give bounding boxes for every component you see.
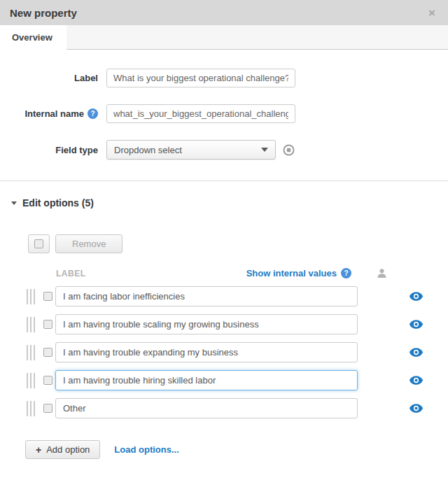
label-input[interactable]: [106, 69, 295, 87]
option-row: [27, 342, 448, 362]
internal-name-field-row: Internal name ?: [0, 104, 448, 123]
options-footer: + Add option Load options...: [25, 440, 448, 459]
options-list: [0, 286, 448, 418]
visibility-eye-icon[interactable]: [410, 292, 423, 301]
section-divider: [0, 181, 448, 181]
modal-title: New property: [10, 7, 77, 19]
property-form: Label Internal name ? Field type Dropdow…: [0, 50, 448, 160]
option-row: [27, 286, 448, 306]
show-internal-values-help-icon[interactable]: ?: [341, 268, 351, 278]
edit-options-heading: Edit options (5): [22, 197, 94, 209]
options-table-header: LABEL Show internal values ?: [0, 268, 448, 278]
drag-handle-icon[interactable]: [27, 317, 36, 332]
option-checkbox[interactable]: [43, 320, 52, 329]
table-header-right: Show internal values ?: [246, 268, 387, 278]
load-options-link[interactable]: Load options...: [114, 444, 178, 455]
internal-name-field-label: Internal name ?: [0, 108, 98, 119]
option-row: [27, 398, 448, 418]
option-label-input[interactable]: [55, 342, 358, 362]
remove-button[interactable]: Remove: [55, 234, 122, 253]
modal-header: New property ×: [0, 0, 448, 25]
show-internal-values-link[interactable]: Show internal values: [246, 268, 337, 278]
drag-handle-icon[interactable]: [27, 373, 36, 388]
field-type-row: Field type Dropdown select: [0, 140, 448, 160]
field-type-label: Field type: [0, 145, 98, 155]
option-checkbox[interactable]: [43, 292, 52, 301]
tab-overview[interactable]: Overview: [0, 25, 66, 50]
option-label-input[interactable]: [55, 286, 358, 306]
visibility-eye-icon[interactable]: [410, 348, 423, 357]
option-row: [27, 370, 448, 390]
select-all-checkbox-button[interactable]: [28, 234, 50, 253]
select-all-checkbox[interactable]: [34, 239, 43, 248]
edit-options-toggle[interactable]: Edit options (5): [11, 197, 448, 209]
label-field-label: Label: [0, 73, 98, 83]
label-column-header: LABEL: [56, 269, 86, 278]
drag-handle-icon[interactable]: [27, 345, 36, 360]
drag-handle-icon[interactable]: [27, 289, 36, 304]
visibility-eye-icon[interactable]: [410, 376, 423, 385]
option-checkbox[interactable]: [43, 348, 52, 357]
option-label-input-focused[interactable]: [55, 370, 358, 390]
collapse-caret-icon: [11, 202, 17, 205]
bulk-actions-row: Remove: [28, 234, 448, 253]
close-icon[interactable]: ×: [426, 6, 438, 20]
chevron-down-icon: [261, 148, 268, 152]
edit-options-section: Edit options (5) Remove LABEL Show inter…: [0, 197, 448, 459]
option-label-input[interactable]: [55, 314, 358, 334]
field-type-select[interactable]: Dropdown select: [106, 140, 276, 160]
field-type-selected-value: Dropdown select: [114, 145, 182, 155]
option-row: [27, 314, 448, 334]
plus-icon: +: [36, 444, 41, 456]
option-label-input[interactable]: [55, 398, 358, 418]
in-use-person-icon: [377, 268, 387, 278]
label-field-row: Label: [0, 69, 448, 87]
add-option-button[interactable]: + Add option: [25, 440, 100, 459]
internal-name-help-icon[interactable]: ?: [88, 108, 98, 119]
option-checkbox[interactable]: [43, 404, 52, 413]
visibility-eye-icon[interactable]: [410, 320, 423, 329]
add-option-label: Add option: [46, 444, 90, 455]
drag-handle-icon[interactable]: [27, 401, 36, 416]
preview-eye-disabled-icon[interactable]: [283, 144, 295, 156]
option-checkbox[interactable]: [43, 376, 52, 385]
internal-name-input[interactable]: [106, 104, 295, 123]
visibility-eye-icon[interactable]: [410, 404, 423, 413]
tab-bar: Overview: [0, 25, 448, 50]
